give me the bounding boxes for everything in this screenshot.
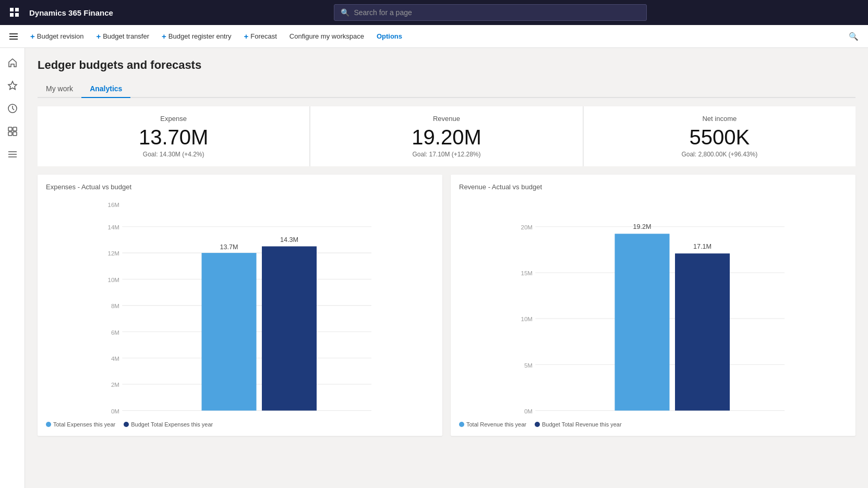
app-title: Dynamics 365 Finance xyxy=(29,8,113,17)
home-icon[interactable] xyxy=(2,52,23,73)
svg-rect-2 xyxy=(10,13,14,17)
svg-text:19.2M: 19.2M xyxy=(633,223,651,230)
sidebar xyxy=(0,48,25,488)
kpi-revenue-value: 19.20M xyxy=(321,126,572,149)
svg-text:15M: 15M xyxy=(521,270,533,276)
expense-chart-svg: 0M 2M 4M 6M 8M 10M 12M 14M 16M xyxy=(46,197,434,416)
expense-budget-dot xyxy=(124,422,129,427)
kpi-net-goal: Goal: 2,800.00K (+96.43%) xyxy=(594,151,845,158)
revenue-chart-title: Revenue - Actual vs budget xyxy=(459,183,847,191)
secondary-nav: + Budget revision + Budget transfer + Bu… xyxy=(0,25,868,48)
kpi-expense-goal: Goal: 14.30M (+4.2%) xyxy=(48,151,299,158)
svg-rect-9 xyxy=(8,127,12,131)
expense-legend-actual: Total Expenses this year xyxy=(46,421,115,428)
search-bar[interactable]: 🔍 xyxy=(334,4,647,21)
apps-icon[interactable] xyxy=(6,8,23,17)
charts-row: Expenses - Actual vs budget 0M 2M 4M 6M … xyxy=(38,175,855,436)
svg-rect-3 xyxy=(15,13,19,17)
budget-transfer-label: Budget transfer xyxy=(103,32,149,40)
revenue-actual-dot xyxy=(459,422,464,427)
revenue-legend-budget: Budget Total Revenue this year xyxy=(535,421,622,428)
svg-rect-1 xyxy=(15,8,19,11)
kpi-revenue-goal: Goal: 17.10M (+12.28%) xyxy=(321,151,572,158)
svg-text:0M: 0M xyxy=(111,408,119,414)
svg-rect-0 xyxy=(10,8,14,11)
svg-text:10M: 10M xyxy=(108,277,119,283)
tabs-bar: My work Analytics xyxy=(38,80,855,98)
configure-workspace-button[interactable]: Configure my workspace xyxy=(284,29,369,43)
expense-chart-area: 0M 2M 4M 6M 8M 10M 12M 14M 16M xyxy=(46,197,434,416)
main-content: Ledger budgets and forecasts My work Ana… xyxy=(25,48,868,488)
revenue-chart-svg: 0M 5M 10M 15M 20M xyxy=(459,197,847,416)
svg-text:17.1M: 17.1M xyxy=(693,243,712,250)
main-layout: Ledger budgets and forecasts My work Ana… xyxy=(0,48,868,488)
svg-text:0M: 0M xyxy=(524,408,533,414)
plus-icon: + xyxy=(162,32,166,41)
svg-text:6M: 6M xyxy=(111,330,119,336)
kpi-card-net-income: Net income 5500K Goal: 2,800.00K (+96.43… xyxy=(584,106,855,166)
svg-marker-7 xyxy=(8,81,17,90)
svg-rect-4 xyxy=(9,33,18,34)
kpi-expense-label: Expense xyxy=(48,115,299,123)
page-title: Ledger budgets and forecasts xyxy=(38,58,855,72)
svg-text:14M: 14M xyxy=(108,224,119,230)
kpi-card-revenue: Revenue 19.20M Goal: 17.10M (+12.28%) xyxy=(310,106,582,166)
svg-rect-10 xyxy=(13,127,17,131)
options-button[interactable]: Options xyxy=(371,29,407,43)
revenue-budget-bar xyxy=(675,253,730,410)
kpi-row: Expense 13.70M Goal: 14.30M (+4.2%) Reve… xyxy=(38,106,855,166)
expense-chart-legend: Total Expenses this year Budget Total Ex… xyxy=(46,421,434,428)
svg-text:4M: 4M xyxy=(111,356,119,362)
tab-analytics[interactable]: Analytics xyxy=(81,80,130,98)
svg-text:13.7M: 13.7M xyxy=(220,243,238,251)
top-bar: Dynamics 365 Finance 🔍 xyxy=(0,0,868,25)
svg-text:16M: 16M xyxy=(108,202,119,208)
search-input[interactable] xyxy=(354,8,640,17)
svg-text:5M: 5M xyxy=(524,362,533,369)
expense-budget-bar xyxy=(262,247,317,411)
revenue-legend-actual: Total Revenue this year xyxy=(459,421,526,428)
revenue-legend-actual-label: Total Revenue this year xyxy=(466,421,526,428)
revenue-chart-card: Revenue - Actual vs budget 0M 5M 10M 15M… xyxy=(451,175,855,436)
svg-rect-11 xyxy=(8,132,12,136)
svg-text:20M: 20M xyxy=(521,224,533,230)
kpi-card-expense: Expense 13.70M Goal: 14.30M (+4.2%) xyxy=(38,106,309,166)
svg-text:14.3M: 14.3M xyxy=(280,236,298,243)
kpi-expense-value: 13.70M xyxy=(48,126,299,149)
budget-transfer-button[interactable]: + Budget transfer xyxy=(91,29,154,44)
svg-text:2M: 2M xyxy=(111,382,119,388)
expense-actual-bar xyxy=(202,253,257,410)
plus-icon: + xyxy=(30,32,35,41)
forecast-button[interactable]: + Forecast xyxy=(239,29,282,44)
recent-icon[interactable] xyxy=(2,98,23,119)
revenue-chart-area: 0M 5M 10M 15M 20M xyxy=(459,197,847,416)
revenue-chart-legend: Total Revenue this year Budget Total Rev… xyxy=(459,421,847,428)
forecast-label: Forecast xyxy=(250,32,277,40)
budget-revision-label: Budget revision xyxy=(37,32,84,40)
nav-search-icon[interactable]: 🔍 xyxy=(843,29,864,44)
hamburger-button[interactable] xyxy=(4,27,23,46)
svg-text:12M: 12M xyxy=(108,250,119,257)
tab-my-work[interactable]: My work xyxy=(38,80,81,98)
kpi-net-value: 5500K xyxy=(594,126,845,149)
budget-register-label: Budget register entry xyxy=(168,32,232,40)
workspaces-icon[interactable] xyxy=(2,121,23,142)
favorites-icon[interactable] xyxy=(2,75,23,96)
configure-workspace-label: Configure my workspace xyxy=(290,32,364,40)
expense-chart-title: Expenses - Actual vs budget xyxy=(46,183,434,191)
expense-legend-budget: Budget Total Expenses this year xyxy=(124,421,213,428)
svg-text:8M: 8M xyxy=(111,303,119,309)
budget-revision-button[interactable]: + Budget revision xyxy=(25,29,89,44)
kpi-net-label: Net income xyxy=(594,115,845,123)
svg-rect-12 xyxy=(13,132,17,136)
revenue-actual-bar xyxy=(615,234,670,410)
plus-icon: + xyxy=(96,32,101,41)
plus-icon: + xyxy=(244,32,249,41)
kpi-revenue-label: Revenue xyxy=(321,115,572,123)
modules-icon[interactable] xyxy=(2,144,23,165)
svg-rect-6 xyxy=(9,39,18,40)
svg-text:10M: 10M xyxy=(521,316,533,322)
expense-actual-dot xyxy=(46,422,51,427)
expense-legend-actual-label: Total Expenses this year xyxy=(53,421,115,428)
budget-register-entry-button[interactable]: + Budget register entry xyxy=(156,29,236,44)
